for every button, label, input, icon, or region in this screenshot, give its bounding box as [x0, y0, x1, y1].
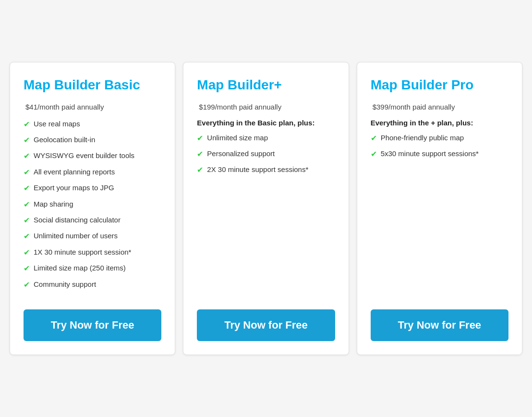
check-icon: ✔ [24, 199, 30, 210]
pricing-container: Map Builder Basic$41/month paid annually… [10, 62, 522, 355]
list-item: ✔Phone-friendly public map [371, 133, 508, 144]
list-item: ✔Community support [24, 279, 161, 290]
list-item: ✔2X 30 minute support sessions* [197, 164, 335, 175]
features-list: ✔Use real maps✔Geolocation built-in✔WYSI… [24, 119, 161, 295]
feature-text: Community support [34, 279, 96, 289]
check-icon: ✔ [24, 167, 30, 178]
plan-title: Map Builder+ [197, 77, 335, 93]
plan-subtitle: Everything in the + plan, plus: [371, 119, 508, 127]
list-item: ✔Personalized support [197, 148, 335, 159]
check-icon: ✔ [24, 263, 30, 274]
check-icon: ✔ [371, 149, 377, 159]
list-item: ✔5x30 minute support sessions* [371, 148, 508, 159]
pricing-card-plus: Map Builder+$199/month paid annuallyEver… [183, 62, 349, 355]
features-list: ✔Unlimited size map✔Personalized support… [197, 133, 335, 295]
check-icon: ✔ [197, 133, 203, 144]
check-icon: ✔ [197, 149, 203, 159]
feature-text: Personalized support [207, 148, 275, 159]
feature-text: Export your maps to JPG [34, 183, 114, 193]
feature-text: All event planning reports [34, 167, 115, 177]
pricing-card-pro: Map Builder Pro$399/month paid annuallyE… [357, 62, 522, 355]
feature-text: Map sharing [34, 199, 73, 209]
list-item: ✔Unlimited number of users [24, 231, 161, 242]
check-icon: ✔ [24, 151, 30, 161]
feature-text: Limited size map (250 items) [34, 263, 126, 273]
check-icon: ✔ [371, 133, 377, 144]
list-item: ✔Map sharing [24, 199, 161, 210]
plan-price: $41/month paid annually [24, 103, 161, 111]
list-item: ✔Unlimited size map [197, 133, 335, 144]
check-icon: ✔ [24, 119, 30, 130]
try-now-button[interactable]: Try Now for Free [24, 309, 161, 341]
list-item: ✔Use real maps [24, 119, 161, 130]
check-icon: ✔ [24, 183, 30, 194]
feature-text: Unlimited size map [207, 133, 268, 143]
feature-text: Geolocation built-in [34, 135, 95, 145]
try-now-button[interactable]: Try Now for Free [371, 309, 508, 341]
feature-text: 5x30 minute support sessions* [381, 148, 479, 159]
list-item: ✔Export your maps to JPG [24, 183, 161, 194]
pricing-card-basic: Map Builder Basic$41/month paid annually… [10, 62, 175, 355]
features-list: ✔Phone-friendly public map✔5x30 minute s… [371, 133, 508, 295]
feature-text: Social distancing calculator [34, 215, 121, 225]
check-icon: ✔ [24, 247, 30, 258]
plan-title: Map Builder Basic [24, 77, 161, 93]
check-icon: ✔ [197, 165, 203, 175]
plan-subtitle: Everything in the Basic plan, plus: [197, 119, 335, 127]
list-item: ✔All event planning reports [24, 167, 161, 178]
list-item: ✔WYSISWYG event builder tools [24, 150, 161, 161]
feature-text: Phone-friendly public map [381, 133, 464, 143]
feature-text: WYSISWYG event builder tools [34, 150, 134, 160]
try-now-button[interactable]: Try Now for Free [197, 309, 335, 341]
check-icon: ✔ [24, 215, 30, 226]
feature-text: Use real maps [34, 119, 80, 129]
list-item: ✔Social distancing calculator [24, 215, 161, 226]
plan-price: $399/month paid annually [371, 103, 508, 111]
check-icon: ✔ [24, 135, 30, 146]
feature-text: Unlimited number of users [34, 231, 118, 241]
list-item: ✔1X 30 minute support session* [24, 247, 161, 258]
feature-text: 1X 30 minute support session* [34, 247, 131, 257]
list-item: ✔Geolocation built-in [24, 135, 161, 146]
list-item: ✔Limited size map (250 items) [24, 263, 161, 274]
plan-title: Map Builder Pro [371, 77, 508, 93]
check-icon: ✔ [24, 280, 30, 290]
check-icon: ✔ [24, 231, 30, 242]
plan-price: $199/month paid annually [197, 103, 335, 111]
feature-text: 2X 30 minute support sessions* [207, 164, 308, 174]
